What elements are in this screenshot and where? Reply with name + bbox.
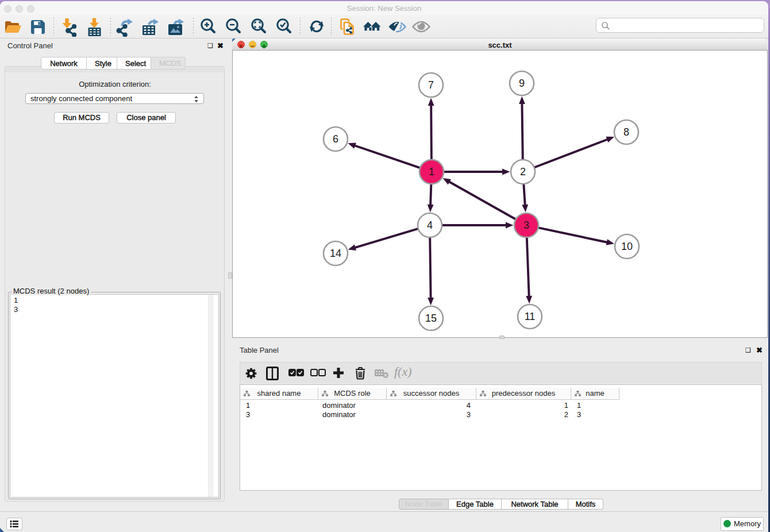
svg-text:14: 14 [330,248,341,259]
svg-text:15: 15 [425,313,437,324]
svg-text:6: 6 [333,133,338,145]
svg-text:4: 4 [427,219,433,231]
svg-text:2: 2 [520,166,526,178]
svg-text:7: 7 [428,79,434,91]
svg-text:8: 8 [623,126,629,138]
svg-text:1: 1 [429,166,434,178]
svg-text:10: 10 [621,241,633,252]
svg-text:3: 3 [523,219,529,231]
svg-text:9: 9 [519,78,525,89]
svg-text:11: 11 [525,311,536,322]
